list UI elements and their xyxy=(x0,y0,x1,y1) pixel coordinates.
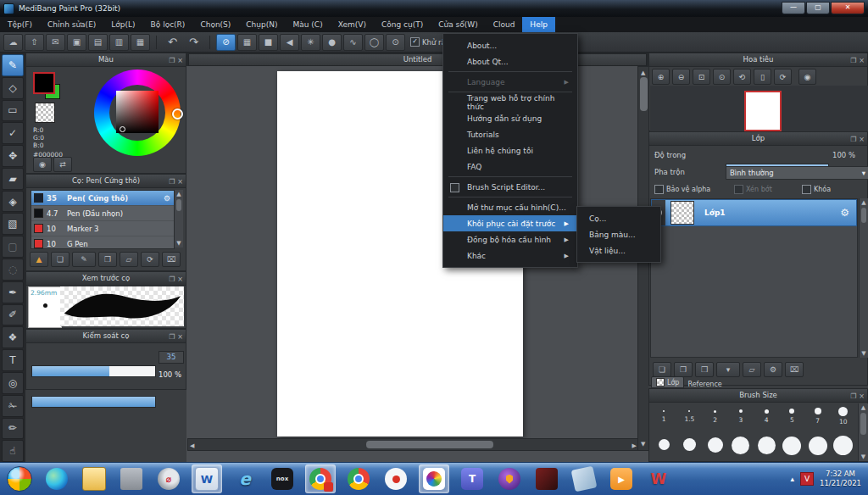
float-icon[interactable]: ❐ xyxy=(169,273,175,286)
float-icon[interactable]: ❐ xyxy=(169,54,175,67)
redo-icon[interactable]: ↷ xyxy=(184,34,203,51)
zoom-out-icon[interactable]: ⊖ xyxy=(672,69,690,85)
delete-layer-button[interactable]: ⌧ xyxy=(785,362,804,377)
gear-icon[interactable]: ⚙ xyxy=(164,194,170,203)
tab-layer[interactable]: Lớp xyxy=(651,376,684,388)
layer-list-scrollbar[interactable]: ▲ ▼ xyxy=(859,198,868,358)
palette-mode-button[interactable]: ◉ xyxy=(33,157,52,172)
menu-item-other[interactable]: Khác ▶ xyxy=(443,248,577,264)
menu-item-about-qt[interactable]: About Qt... xyxy=(443,53,577,70)
foreground-color-swatch[interactable] xyxy=(33,72,55,94)
cloud-icon[interactable]: ☁ xyxy=(3,34,23,51)
snap-parallel-icon[interactable]: ▦ xyxy=(237,34,257,51)
taskbar-player[interactable]: ▶ xyxy=(607,465,636,492)
snap-off-icon[interactable]: ⊘ xyxy=(216,34,236,51)
float-icon[interactable]: ❐ xyxy=(850,133,856,146)
brush-size-option[interactable] xyxy=(651,432,676,461)
brush-size-option[interactable]: 1 xyxy=(651,403,676,432)
tray-expand-icon[interactable]: ▴ xyxy=(790,475,794,483)
submenu-item-brushes[interactable]: Cọ... xyxy=(577,210,660,226)
actual-size-icon[interactable]: ⊙ xyxy=(713,69,731,85)
menu-file[interactable]: Tệp(F) xyxy=(0,17,40,32)
taskbar-word[interactable]: W xyxy=(192,464,222,493)
close-button[interactable]: ✕ xyxy=(831,2,865,14)
navigator-view-rect[interactable] xyxy=(744,91,782,131)
tab-reference[interactable]: Reference xyxy=(687,381,721,388)
save-as-icon[interactable]: ▥ xyxy=(109,34,129,51)
menu-help[interactable]: Help xyxy=(522,17,555,32)
menu-item-support-site[interactable]: Trang web hỗ trợ chính thức xyxy=(443,94,577,110)
brush-size-option[interactable] xyxy=(754,432,779,461)
brush-folder-button[interactable]: ▱ xyxy=(120,252,138,267)
brush-item[interactable]: 4.7 Pen (Đầu nhọn) xyxy=(31,206,174,221)
brush-size-option[interactable]: 10 xyxy=(831,403,856,432)
bucket-tool[interactable]: ◈ xyxy=(2,191,24,213)
lock-checkbox[interactable]: Khóa xyxy=(802,185,831,194)
brush-size-slider[interactable] xyxy=(31,365,156,377)
float-icon[interactable]: ❐ xyxy=(169,175,175,188)
brush-list-scrollbar[interactable]: ▲ ▼ xyxy=(174,190,183,248)
snap-ellipse-icon[interactable]: ◯ xyxy=(364,34,384,51)
menu-tools[interactable]: Công cụ(T) xyxy=(374,17,431,32)
brush-sync-button[interactable]: ⟳ xyxy=(141,252,159,267)
slice-tool[interactable]: ✁ xyxy=(2,395,24,417)
taskbar-shield[interactable] xyxy=(495,465,524,492)
layer-menu-button[interactable]: ▾ xyxy=(716,362,740,377)
marquee-tool[interactable]: ▭ xyxy=(2,100,24,122)
brush-size-option[interactable]: 5 xyxy=(779,403,804,432)
menu-item-about[interactable]: About... xyxy=(443,37,577,53)
taskbar-wondershare[interactable]: W xyxy=(644,465,673,492)
brush-size-option[interactable] xyxy=(703,432,728,461)
menu-item-user-guide[interactable]: Hướng dẫn sử dụng xyxy=(443,110,577,126)
hand-tool[interactable]: ☝ xyxy=(2,440,24,462)
menu-item-language[interactable]: Language ▶ xyxy=(443,74,577,90)
protect-alpha-checkbox[interactable]: Bảo vệ alpha xyxy=(654,185,710,194)
taskbar-chrome-badge[interactable] xyxy=(305,464,336,493)
menu-item-open-config-folder[interactable]: Mở thư mục cấu hình(C)... xyxy=(443,199,577,215)
taskbar-ie[interactable]: e xyxy=(231,465,259,492)
minimize-button[interactable]: — xyxy=(782,2,805,14)
brush-duplicate-button[interactable]: ❐ xyxy=(98,252,117,267)
snap-circle-icon[interactable]: ● xyxy=(322,34,342,51)
snap-curve-icon[interactable]: ∿ xyxy=(343,34,363,51)
brush-size-option[interactable] xyxy=(805,432,831,461)
duplicate-layer-button[interactable]: ❐ xyxy=(674,362,693,377)
navigator-preview[interactable] xyxy=(650,86,868,131)
snap-grid-icon[interactable]: ■ xyxy=(259,34,278,51)
rotate-right-icon[interactable]: ⟳ xyxy=(774,69,792,85)
menu-filter[interactable]: Bộ lọc(R) xyxy=(143,17,193,32)
submenu-item-palette[interactable]: Bảng màu... xyxy=(577,226,660,242)
taskbar-teams[interactable]: T xyxy=(458,465,487,492)
new-layer-button[interactable]: ❏ xyxy=(653,362,671,377)
shape-brush-tool[interactable]: ▰ xyxy=(2,168,24,190)
menu-item-sync-config[interactable]: Đồng bộ hóa cấu hình ▶ xyxy=(443,231,577,248)
stamp-tool[interactable]: ❖ xyxy=(2,326,24,348)
taskbar-chrome[interactable] xyxy=(344,465,373,492)
zoom-in-icon[interactable]: ⊕ xyxy=(652,69,670,85)
menu-item-restore-presets[interactable]: Khôi phục cài đặt trước ▶ xyxy=(443,215,577,231)
float-icon[interactable]: ❐ xyxy=(169,331,175,343)
brush-tool[interactable]: ✎ xyxy=(2,54,24,76)
taskbar-recorder[interactable] xyxy=(381,465,410,492)
brush-size-option[interactable]: 2 xyxy=(703,403,728,432)
menu-layer[interactable]: Lớp(L) xyxy=(103,17,142,32)
brush-size-option[interactable]: 3 xyxy=(728,403,754,432)
taskbar-clock[interactable]: 7:32 AM 11/21/2021 xyxy=(820,470,861,488)
float-icon[interactable]: ❐ xyxy=(850,390,856,403)
comment-icon[interactable]: ✉ xyxy=(46,34,65,51)
rotate-left-icon[interactable]: ⟲ xyxy=(733,69,751,85)
eraser-tool[interactable]: ◇ xyxy=(2,77,24,99)
brush-size-option[interactable]: 1.5 xyxy=(676,403,702,432)
gear-icon[interactable]: ⚙ xyxy=(840,207,849,219)
brush-size-option[interactable] xyxy=(779,432,804,461)
taskbar-game[interactable] xyxy=(532,465,561,492)
submenu-item-materials[interactable]: Vật liệu... xyxy=(577,242,660,259)
brush-delete-button[interactable]: ⌧ xyxy=(162,252,181,267)
save-icon[interactable]: ▤ xyxy=(88,34,108,51)
taskbar-search-tool[interactable]: ⌀ xyxy=(154,465,183,492)
move-tool[interactable]: ✥ xyxy=(2,145,24,167)
menu-item-brush-script-editor[interactable]: Brush Script Editor... xyxy=(443,179,577,195)
menu-select[interactable]: Chọn(S) xyxy=(192,17,238,32)
image-icon[interactable]: ▣ xyxy=(67,34,86,51)
brush-item[interactable]: 10 Marker 3 xyxy=(31,221,174,236)
